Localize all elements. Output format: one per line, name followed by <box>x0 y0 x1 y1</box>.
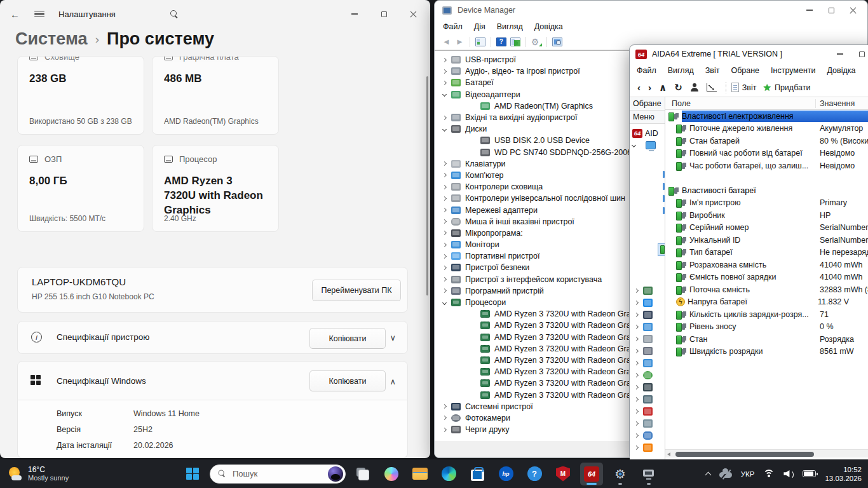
sidebar-root-node[interactable]: 64 AID <box>630 127 665 139</box>
list-row[interactable]: Унікальний IDSerialNumberHPP <box>665 234 868 247</box>
sidebar-category[interactable] <box>630 285 665 297</box>
maximize-button[interactable] <box>851 46 868 62</box>
expand-box[interactable] <box>440 266 449 269</box>
chevron-right-icon[interactable] <box>442 196 446 201</box>
report-icon[interactable] <box>731 83 739 92</box>
task-view-button[interactable] <box>351 463 374 485</box>
breadcrumb-parent[interactable]: Система <box>15 29 88 49</box>
sidebar-category[interactable] <box>630 442 665 454</box>
tray-overflow-chevron-icon[interactable] <box>705 472 711 478</box>
list-row[interactable]: ВиробникHP <box>665 209 868 222</box>
chevron-right-icon[interactable] <box>634 385 639 390</box>
sidebar-category[interactable] <box>630 381 665 393</box>
user-info-icon[interactable] <box>690 83 699 92</box>
copilot-button[interactable] <box>380 463 403 485</box>
dm-menu-item-3[interactable]: Довідка <box>529 22 569 31</box>
list-row[interactable]: Ємність повної зарядки41040 mWh <box>665 271 868 284</box>
aida-menu-item-4[interactable]: Інструменти <box>765 66 821 75</box>
aida-menu-item-5[interactable]: Довідка <box>822 66 862 75</box>
chevron-right-icon[interactable] <box>634 373 639 377</box>
edge-button[interactable] <box>437 463 460 485</box>
expand-box[interactable] <box>440 255 449 258</box>
expand-box[interactable] <box>440 243 449 247</box>
show-console-tree-icon[interactable] <box>475 37 485 46</box>
expand-box[interactable] <box>440 116 449 119</box>
sidebar-category[interactable] <box>630 321 665 333</box>
nav-back-icon[interactable]: ‹ <box>634 82 644 93</box>
help-icon[interactable]: ? <box>496 37 506 46</box>
expand-box[interactable] <box>440 128 449 131</box>
minimize-button[interactable] <box>829 46 851 62</box>
sidebar-category[interactable] <box>630 309 665 321</box>
chevron-right-icon[interactable] <box>634 421 639 426</box>
horizontal-scrollbar[interactable] <box>665 449 868 458</box>
hp-button[interactable]: hp <box>494 463 517 485</box>
chevron-right-icon[interactable] <box>634 361 639 365</box>
list-row[interactable]: Властивості батареї <box>665 184 868 197</box>
expand-box[interactable] <box>440 162 449 165</box>
list-row[interactable]: Час роботи батареї, що залиш...Невідомо <box>665 159 868 172</box>
list-row[interactable]: Ім'я пристроюPrimary <box>665 197 868 210</box>
device-specs-expander[interactable]: i Специфікації пристрою Копіювати ∨ <box>17 321 408 354</box>
chevron-right-icon[interactable] <box>634 288 639 293</box>
buy-button[interactable]: Придбати <box>775 83 810 92</box>
show-action-pane-icon[interactable] <box>510 37 520 46</box>
expand-box[interactable] <box>440 416 449 419</box>
chevron-right-icon[interactable] <box>634 445 639 450</box>
expand-box[interactable] <box>440 70 449 73</box>
minimize-button[interactable] <box>799 2 820 18</box>
sidebar-category[interactable] <box>630 405 665 417</box>
back-icon[interactable]: ◄ <box>440 37 453 46</box>
mcafee-button[interactable]: M <box>552 463 574 485</box>
list-row[interactable]: Поточне джерело живленняАкумулятор <box>665 123 868 135</box>
search-icon[interactable] <box>170 10 179 18</box>
chevron-right-icon[interactable] <box>442 416 446 420</box>
chevron-right-icon[interactable] <box>442 81 446 85</box>
aida-menu-item-0[interactable]: Файл <box>631 66 662 75</box>
expand-box[interactable] <box>440 208 449 212</box>
scan-hardware-changes-icon[interactable]: ⚙ <box>531 37 541 46</box>
expand-box[interactable] <box>440 278 449 281</box>
buy-star-icon[interactable]: ★ <box>763 82 771 93</box>
dm-menu-item-1[interactable]: Дія <box>468 22 491 31</box>
sidebar-computer-node[interactable] <box>630 139 665 151</box>
chevron-right-icon[interactable] <box>442 288 446 293</box>
expand-box[interactable] <box>440 58 449 62</box>
search-input[interactable] <box>231 468 308 479</box>
language-indicator[interactable]: УКР <box>741 470 755 478</box>
chevron-right-icon[interactable] <box>634 313 639 317</box>
copy-device-specs-button[interactable]: Копіювати <box>309 328 386 349</box>
refresh-icon[interactable]: ↻ <box>670 82 686 93</box>
sidebar-category[interactable] <box>630 297 665 309</box>
sidebar-category[interactable] <box>630 333 665 345</box>
settings-scrollbar[interactable] <box>426 76 428 295</box>
chevron-right-icon[interactable] <box>442 404 446 409</box>
search-box[interactable] <box>210 464 346 484</box>
get-help-button[interactable]: ? <box>523 463 546 485</box>
chevron-right-icon[interactable] <box>634 349 639 353</box>
forward-icon[interactable]: ► <box>453 37 466 46</box>
windows-specs-expander[interactable]: Специфікації Windows Копіювати ∧ <box>17 361 408 400</box>
list-row[interactable]: Розрахована ємність41040 mWh <box>665 259 868 271</box>
list-row[interactable]: Тип батареїНе перезарядний <box>665 247 868 259</box>
expand-box[interactable] <box>440 301 449 304</box>
list-row[interactable]: ϟНапруга батареї11.832 V <box>665 296 868 309</box>
volume-icon[interactable] <box>783 470 794 478</box>
list-row[interactable]: Швидкість розрядки8561 mW <box>665 346 868 358</box>
tab-menu[interactable]: Меню <box>630 111 665 124</box>
copy-windows-specs-button[interactable]: Копіювати <box>309 370 386 391</box>
sidebar-category[interactable] <box>630 357 665 369</box>
nav-up-icon[interactable]: ∧ <box>655 82 670 93</box>
dm-menu-item-0[interactable]: Файл <box>437 22 468 31</box>
sidebar-category[interactable] <box>630 393 665 405</box>
back-icon[interactable]: ← <box>10 9 25 20</box>
chevron-right-icon[interactable] <box>634 433 639 438</box>
battery-icon[interactable] <box>803 470 816 477</box>
list-row[interactable]: Рівень зносу0 % <box>665 321 868 334</box>
list-row[interactable]: Серійний номерSerialNumber <box>665 222 868 234</box>
sidebar-category[interactable] <box>630 430 665 442</box>
search-daily-image[interactable] <box>328 466 343 482</box>
chevron-down-icon[interactable] <box>442 127 446 132</box>
minimize-button[interactable] <box>340 1 369 27</box>
file-explorer-button[interactable] <box>409 463 431 485</box>
